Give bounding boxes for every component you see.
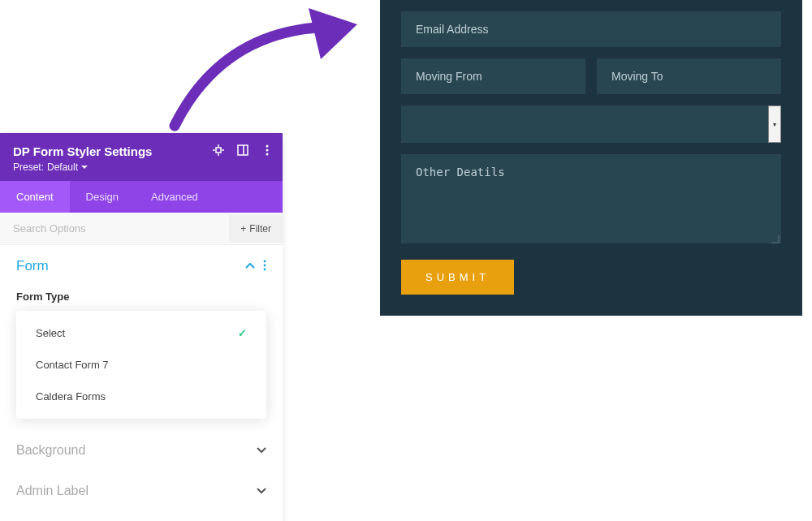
chevron-down-icon	[257, 485, 266, 497]
svg-point-10	[264, 260, 266, 262]
filter-button[interactable]: + Filter	[229, 215, 283, 243]
more-vertical-icon[interactable]	[263, 260, 266, 273]
section-title: Form	[16, 258, 49, 274]
email-field[interactable]	[401, 11, 781, 47]
resize-handle-icon	[771, 235, 780, 243]
svg-point-8	[266, 149, 269, 152]
preset-selector[interactable]: Preset: Default	[13, 161, 270, 173]
pointer-arrow	[158, 0, 369, 142]
moving-row	[401, 58, 781, 94]
search-row: + Filter	[0, 213, 283, 245]
submit-button[interactable]: SUBMIT	[401, 260, 514, 295]
option-contact-form-7[interactable]: Contact Form 7	[16, 349, 266, 381]
section-form: Form Form Type Select ✓ Contact Form 7 C…	[0, 245, 283, 419]
email-group	[401, 11, 781, 47]
section-background-header[interactable]: Background	[0, 430, 283, 471]
tab-advanced[interactable]: Advanced	[135, 181, 214, 213]
section-form-header[interactable]: Form	[0, 245, 283, 287]
form-type-dropdown: Select ✓ Contact Form 7 Caldera Forms	[16, 311, 266, 419]
target-icon[interactable]	[213, 144, 224, 156]
chevron-down-icon	[257, 445, 266, 456]
section-admin-label-header[interactable]: Admin Label	[0, 471, 283, 511]
form-type-label: Form Type	[0, 287, 283, 311]
filter-label: Filter	[249, 223, 271, 235]
select-field[interactable]	[401, 105, 781, 143]
svg-point-11	[264, 264, 266, 266]
moving-from-field[interactable]	[401, 58, 585, 94]
section-tools	[245, 260, 266, 273]
layout-icon[interactable]	[237, 144, 248, 156]
svg-rect-5	[238, 145, 248, 155]
option-label: Caldera Forms	[36, 390, 106, 403]
section-admin-label: Admin Label	[0, 471, 283, 511]
section-title: Admin Label	[16, 484, 89, 498]
preset-value: Default	[47, 161, 78, 173]
credit-line: DP Form Styler by Elicus	[0, 511, 283, 521]
tabs: Content Design Advanced	[0, 181, 283, 213]
panel-header: DP Form Styler Settings Preset: Default	[0, 133, 283, 181]
moving-to-field[interactable]	[597, 58, 781, 94]
textarea-wrap	[401, 154, 781, 260]
panel-header-actions	[213, 144, 273, 156]
other-details-field[interactable]	[401, 154, 781, 243]
settings-panel: DP Form Styler Settings Preset: Default …	[0, 133, 283, 521]
select-wrap: ▾	[401, 105, 781, 143]
preset-label: Preset:	[13, 161, 44, 173]
tab-content[interactable]: Content	[0, 181, 70, 213]
option-caldera-forms[interactable]: Caldera Forms	[16, 381, 266, 412]
search-input[interactable]	[0, 213, 229, 244]
svg-rect-0	[216, 148, 221, 153]
check-icon: ✓	[238, 327, 247, 339]
plus-icon: +	[240, 223, 246, 235]
svg-point-7	[266, 145, 269, 148]
svg-point-12	[264, 268, 266, 270]
option-label: Contact Form 7	[36, 359, 109, 371]
section-background: Background	[0, 430, 283, 471]
more-vertical-icon[interactable]	[261, 144, 273, 156]
option-select[interactable]: Select ✓	[16, 317, 266, 349]
svg-point-9	[266, 153, 269, 156]
select-handle-icon: ▾	[768, 105, 781, 143]
section-title: Background	[16, 443, 85, 458]
chevron-up-icon[interactable]	[245, 260, 255, 272]
option-label: Select	[36, 327, 65, 339]
tab-design[interactable]: Design	[70, 181, 135, 213]
form-preview: ▾ SUBMIT	[380, 0, 802, 316]
caret-down-icon	[81, 166, 88, 169]
